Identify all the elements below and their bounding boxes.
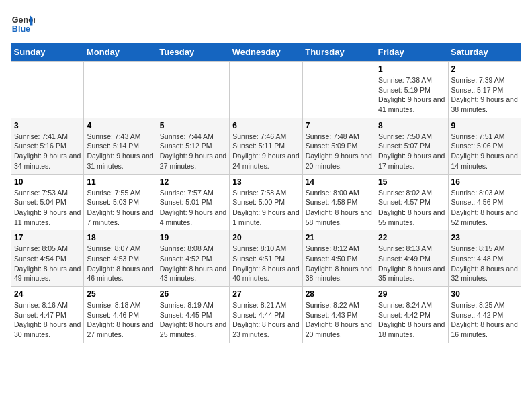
day-info: Sunrise: 7:44 AM Sunset: 5:12 PM Dayligh… (160, 132, 226, 171)
day-info: Sunrise: 8:18 AM Sunset: 4:46 PM Dayligh… (87, 300, 153, 340)
day-info: Sunrise: 7:39 AM Sunset: 5:17 PM Dayligh… (451, 75, 518, 115)
calendar-cell: 8Sunrise: 7:50 AM Sunset: 5:07 PM Daylig… (375, 118, 448, 174)
day-number: 4 (87, 121, 153, 130)
day-number: 24 (14, 289, 81, 299)
weekday-header-friday: Friday (375, 43, 448, 62)
calendar-cell: 29Sunrise: 8:24 AM Sunset: 4:42 PM Dayli… (375, 287, 448, 343)
calendar-cell: 3Sunrise: 7:41 AM Sunset: 5:16 PM Daylig… (11, 118, 84, 174)
calendar-cell: 10Sunrise: 7:53 AM Sunset: 5:04 PM Dayli… (11, 174, 84, 230)
day-number: 19 (160, 233, 226, 242)
day-number: 9 (451, 121, 518, 130)
calendar-cell: 7Sunrise: 7:48 AM Sunset: 5:09 PM Daylig… (302, 118, 375, 174)
day-info: Sunrise: 7:43 AM Sunset: 5:14 PM Dayligh… (87, 132, 153, 171)
calendar-week-row: 17Sunrise: 8:05 AM Sunset: 4:54 PM Dayli… (11, 230, 521, 287)
day-number: 14 (306, 177, 372, 187)
day-info: Sunrise: 8:22 AM Sunset: 4:43 PM Dayligh… (306, 300, 372, 340)
day-number: 28 (306, 289, 372, 299)
day-info: Sunrise: 8:02 AM Sunset: 4:57 PM Dayligh… (378, 188, 445, 228)
day-number: 30 (451, 289, 518, 299)
weekday-header-monday: Monday (84, 43, 157, 62)
calendar-cell: 27Sunrise: 8:21 AM Sunset: 4:44 PM Dayli… (230, 287, 302, 343)
calendar-cell: 25Sunrise: 8:18 AM Sunset: 4:46 PM Dayli… (84, 287, 157, 343)
day-number: 21 (306, 233, 372, 242)
day-number: 6 (232, 121, 299, 130)
calendar-cell (84, 62, 157, 118)
calendar-week-row: 10Sunrise: 7:53 AM Sunset: 5:04 PM Dayli… (11, 174, 521, 230)
calendar-cell: 16Sunrise: 8:03 AM Sunset: 4:56 PM Dayli… (448, 174, 521, 230)
day-info: Sunrise: 8:15 AM Sunset: 4:48 PM Dayligh… (451, 244, 518, 283)
calendar-table: SundayMondayTuesdayWednesdayThursdayFrid… (11, 43, 521, 343)
day-info: Sunrise: 7:57 AM Sunset: 5:01 PM Dayligh… (160, 188, 226, 228)
calendar-cell: 20Sunrise: 8:10 AM Sunset: 4:51 PM Dayli… (230, 230, 302, 287)
day-number: 18 (87, 233, 153, 242)
weekday-header-saturday: Saturday (448, 43, 521, 62)
day-info: Sunrise: 7:53 AM Sunset: 5:04 PM Dayligh… (14, 188, 81, 228)
calendar-cell: 9Sunrise: 7:51 AM Sunset: 5:06 PM Daylig… (448, 118, 521, 174)
calendar-cell: 1Sunrise: 7:38 AM Sunset: 5:19 PM Daylig… (375, 62, 448, 118)
day-info: Sunrise: 7:48 AM Sunset: 5:09 PM Dayligh… (306, 132, 372, 171)
day-number: 22 (378, 233, 445, 242)
weekday-header-wednesday: Wednesday (230, 43, 302, 62)
day-number: 8 (378, 121, 445, 130)
day-number: 23 (451, 233, 518, 242)
calendar-week-row: 1Sunrise: 7:38 AM Sunset: 5:19 PM Daylig… (11, 62, 521, 118)
day-number: 5 (160, 121, 226, 130)
calendar-cell: 4Sunrise: 7:43 AM Sunset: 5:14 PM Daylig… (84, 118, 157, 174)
day-info: Sunrise: 8:00 AM Sunset: 4:58 PM Dayligh… (306, 188, 372, 228)
calendar-cell: 11Sunrise: 7:55 AM Sunset: 5:03 PM Dayli… (84, 174, 157, 230)
day-info: Sunrise: 7:50 AM Sunset: 5:07 PM Dayligh… (378, 132, 445, 171)
day-info: Sunrise: 7:51 AM Sunset: 5:06 PM Dayligh… (451, 132, 518, 171)
calendar-cell: 21Sunrise: 8:12 AM Sunset: 4:50 PM Dayli… (302, 230, 375, 287)
day-info: Sunrise: 8:13 AM Sunset: 4:49 PM Dayligh… (378, 244, 445, 283)
calendar-cell: 13Sunrise: 7:58 AM Sunset: 5:00 PM Dayli… (230, 174, 302, 230)
calendar-cell: 30Sunrise: 8:25 AM Sunset: 4:42 PM Dayli… (448, 287, 521, 343)
calendar-cell: 24Sunrise: 8:16 AM Sunset: 4:47 PM Dayli… (11, 287, 84, 343)
day-info: Sunrise: 8:12 AM Sunset: 4:50 PM Dayligh… (306, 244, 372, 283)
calendar-cell: 19Sunrise: 8:08 AM Sunset: 4:52 PM Dayli… (157, 230, 229, 287)
day-number: 13 (232, 177, 299, 187)
logo-icon: General Blue (11, 11, 35, 35)
day-info: Sunrise: 7:41 AM Sunset: 5:16 PM Dayligh… (14, 132, 81, 171)
day-number: 15 (378, 177, 445, 187)
calendar-cell: 17Sunrise: 8:05 AM Sunset: 4:54 PM Dayli… (11, 230, 84, 287)
weekday-header-row: SundayMondayTuesdayWednesdayThursdayFrid… (11, 43, 521, 62)
calendar-cell: 15Sunrise: 8:02 AM Sunset: 4:57 PM Dayli… (375, 174, 448, 230)
calendar-cell: 12Sunrise: 7:57 AM Sunset: 5:01 PM Dayli… (157, 174, 229, 230)
day-number: 25 (87, 289, 153, 299)
day-number: 7 (306, 121, 372, 130)
header: General Blue (11, 11, 521, 35)
calendar-cell: 6Sunrise: 7:46 AM Sunset: 5:11 PM Daylig… (230, 118, 302, 174)
day-number: 29 (378, 289, 445, 299)
calendar-cell (11, 62, 84, 118)
calendar-cell: 28Sunrise: 8:22 AM Sunset: 4:43 PM Dayli… (302, 287, 375, 343)
weekday-header-sunday: Sunday (11, 43, 84, 62)
day-number: 26 (160, 289, 226, 299)
day-info: Sunrise: 8:16 AM Sunset: 4:47 PM Dayligh… (14, 300, 81, 340)
calendar-cell (230, 62, 302, 118)
calendar-cell (302, 62, 375, 118)
calendar-cell: 23Sunrise: 8:15 AM Sunset: 4:48 PM Dayli… (448, 230, 521, 287)
calendar-cell: 26Sunrise: 8:19 AM Sunset: 4:45 PM Dayli… (157, 287, 229, 343)
day-info: Sunrise: 8:07 AM Sunset: 4:53 PM Dayligh… (87, 244, 153, 283)
day-number: 27 (232, 289, 299, 299)
day-info: Sunrise: 8:19 AM Sunset: 4:45 PM Dayligh… (160, 300, 226, 340)
day-info: Sunrise: 8:10 AM Sunset: 4:51 PM Dayligh… (232, 244, 299, 283)
day-info: Sunrise: 8:03 AM Sunset: 4:56 PM Dayligh… (451, 188, 518, 228)
day-info: Sunrise: 8:08 AM Sunset: 4:52 PM Dayligh… (160, 244, 226, 283)
day-number: 17 (14, 233, 81, 242)
day-number: 10 (14, 177, 81, 187)
calendar-cell: 18Sunrise: 8:07 AM Sunset: 4:53 PM Dayli… (84, 230, 157, 287)
day-info: Sunrise: 7:46 AM Sunset: 5:11 PM Dayligh… (232, 132, 299, 171)
day-info: Sunrise: 7:58 AM Sunset: 5:00 PM Dayligh… (232, 188, 299, 228)
day-number: 12 (160, 177, 226, 187)
day-number: 2 (451, 64, 518, 74)
day-info: Sunrise: 8:24 AM Sunset: 4:42 PM Dayligh… (378, 300, 445, 340)
weekday-header-tuesday: Tuesday (157, 43, 229, 62)
day-info: Sunrise: 7:55 AM Sunset: 5:03 PM Dayligh… (87, 188, 153, 228)
logo: General Blue (11, 11, 38, 35)
day-number: 1 (378, 64, 445, 74)
calendar-week-row: 3Sunrise: 7:41 AM Sunset: 5:16 PM Daylig… (11, 118, 521, 174)
calendar-week-row: 24Sunrise: 8:16 AM Sunset: 4:47 PM Dayli… (11, 287, 521, 343)
svg-text:Blue: Blue (12, 24, 30, 34)
day-info: Sunrise: 7:38 AM Sunset: 5:19 PM Dayligh… (378, 75, 445, 115)
